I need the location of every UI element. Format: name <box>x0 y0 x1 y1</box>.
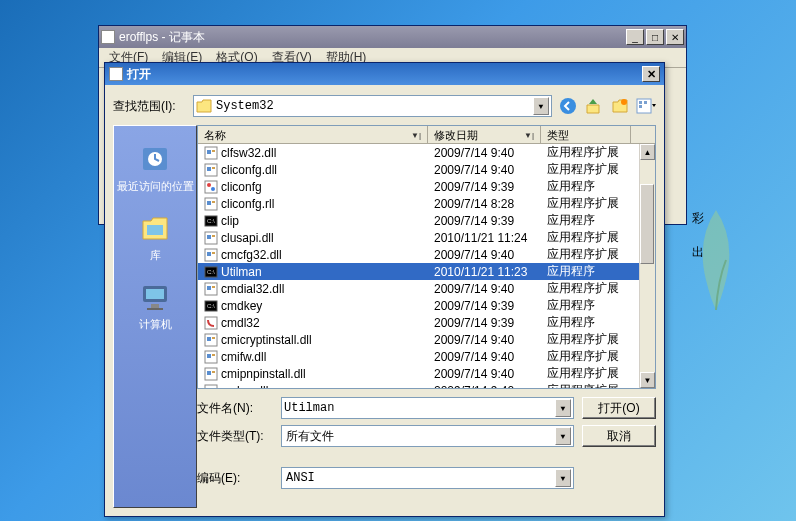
file-row[interactable]: cliconfg.rll2009/7/14 8:28应用程序扩展 <box>198 195 655 212</box>
dropdown-icon[interactable]: ▼ <box>555 399 571 417</box>
view-menu-button[interactable] <box>636 96 656 116</box>
dialog-title-text: 打开 <box>127 66 642 83</box>
file-name: cmdl32 <box>221 316 260 330</box>
maximize-button[interactable]: □ <box>646 29 664 45</box>
svg-rect-52 <box>212 388 215 390</box>
file-row[interactable]: cmicryptinstall.dll2009/7/14 9:40应用程序扩展 <box>198 331 655 348</box>
svg-rect-29 <box>212 235 215 237</box>
svg-rect-19 <box>205 181 217 193</box>
filetype-combo[interactable]: 所有文件 ▼ <box>281 425 574 447</box>
file-row[interactable]: C:\cmdkey2009/7/14 9:39应用程序 <box>198 297 655 314</box>
sidebar-library[interactable]: 库 <box>114 205 196 266</box>
file-name: cmipnpinstall.dll <box>221 367 306 381</box>
svg-point-20 <box>207 183 211 187</box>
file-row[interactable]: C:\clip2009/7/14 9:39应用程序 <box>198 212 655 229</box>
filename-input[interactable] <box>284 401 555 415</box>
close-button[interactable]: ✕ <box>666 29 684 45</box>
file-name: cmdkey <box>221 299 262 313</box>
file-icon <box>204 180 218 194</box>
file-type: 应用程序扩展 <box>541 365 631 382</box>
minimize-button[interactable]: _ <box>626 29 644 45</box>
scroll-down-button[interactable]: ▼ <box>640 372 655 388</box>
file-icon: C:\ <box>204 299 218 313</box>
file-icon: C:\ <box>204 265 218 279</box>
file-row[interactable]: cmcfg32.dll2009/7/14 9:40应用程序扩展 <box>198 246 655 263</box>
dialog-titlebar[interactable]: 打开 ✕ <box>105 63 664 85</box>
file-row[interactable]: cmdl322009/7/14 9:39应用程序 <box>198 314 655 331</box>
open-button[interactable]: 打开(O) <box>582 397 656 419</box>
computer-icon <box>137 278 173 314</box>
column-date-header[interactable]: 修改日期▼| <box>428 126 541 143</box>
lookin-label: 查找范围(I): <box>113 98 187 115</box>
encoding-combo[interactable]: ANSI ▼ <box>281 467 574 489</box>
svg-rect-10 <box>146 289 164 299</box>
file-type: 应用程序扩展 <box>541 348 631 365</box>
encoding-value: ANSI <box>284 471 555 485</box>
file-name: cmcfg32.dll <box>221 248 282 262</box>
dropdown-icon[interactable]: ▼ <box>555 469 571 487</box>
file-type: 应用程序 <box>541 212 631 229</box>
new-folder-button[interactable] <box>610 96 630 116</box>
file-date: 2009/7/14 9:39 <box>428 299 541 313</box>
dropdown-icon[interactable]: ▼ <box>533 97 549 115</box>
file-row[interactable]: clusapi.dll2010/11/21 11:24应用程序扩展 <box>198 229 655 246</box>
file-row[interactable]: cliconfg2009/7/14 9:39应用程序 <box>198 178 655 195</box>
file-row[interactable]: cmipnpinstall.dll2009/7/14 9:40应用程序扩展 <box>198 365 655 382</box>
svg-text:C:\: C:\ <box>207 218 215 224</box>
lookin-value: System32 <box>216 99 533 113</box>
file-date: 2009/7/14 9:39 <box>428 316 541 330</box>
file-row[interactable]: clfsw32.dll2009/7/14 9:40应用程序扩展 <box>198 144 655 161</box>
file-date: 2009/7/14 9:40 <box>428 146 541 160</box>
svg-rect-45 <box>207 354 211 358</box>
file-type: 应用程序扩展 <box>541 161 631 178</box>
dropdown-icon[interactable]: ▼ <box>555 427 571 445</box>
places-sidebar: 最近访问的位置 库 计算机 <box>113 125 197 508</box>
svg-text:C:\: C:\ <box>207 269 215 275</box>
scroll-up-button[interactable]: ▲ <box>640 144 655 160</box>
sidebar-computer[interactable]: 计算机 <box>114 274 196 335</box>
svg-rect-12 <box>147 308 163 310</box>
recent-icon <box>137 140 173 176</box>
file-icon <box>204 316 218 330</box>
file-name: clip <box>221 214 239 228</box>
svg-rect-50 <box>205 385 217 390</box>
file-row[interactable]: cmdial32.dll2009/7/14 9:40应用程序扩展 <box>198 280 655 297</box>
file-date: 2009/7/14 9:40 <box>428 384 541 390</box>
column-name-header[interactable]: 名称▼| <box>198 126 428 143</box>
notepad-titlebar[interactable]: erofflps - 记事本 _ □ ✕ <box>99 26 686 48</box>
back-button[interactable] <box>558 96 578 116</box>
open-file-dialog: 打开 ✕ 查找范围(I): System32 ▼ 最近访问的位置 <box>104 62 665 517</box>
file-icon <box>204 248 218 262</box>
dialog-close-button[interactable]: ✕ <box>642 66 660 82</box>
svg-rect-32 <box>212 252 215 254</box>
file-name: clusapi.dll <box>221 231 274 245</box>
up-button[interactable] <box>584 96 604 116</box>
svg-rect-36 <box>207 286 211 290</box>
file-list-scrollbar[interactable]: ▲ ▼ <box>639 144 655 388</box>
svg-rect-46 <box>212 354 215 356</box>
lookin-combo[interactable]: System32 ▼ <box>193 95 552 117</box>
scroll-thumb[interactable] <box>640 184 654 264</box>
file-date: 2009/7/14 9:39 <box>428 214 541 228</box>
file-icon: C:\ <box>204 214 218 228</box>
file-row[interactable]: C:\Utilman2010/11/21 11:23应用程序 <box>198 263 655 280</box>
svg-rect-49 <box>212 371 215 373</box>
file-date: 2009/7/14 9:39 <box>428 180 541 194</box>
file-row[interactable]: cmifw.dll2009/7/14 9:40应用程序扩展 <box>198 348 655 365</box>
file-name: cmlua.dll <box>221 384 268 390</box>
file-icon <box>204 282 218 296</box>
filename-combo[interactable]: ▼ <box>281 397 574 419</box>
svg-rect-18 <box>212 167 215 169</box>
sidebar-recent-label: 最近访问的位置 <box>117 180 194 193</box>
cancel-button[interactable]: 取消 <box>582 425 656 447</box>
file-row[interactable]: cmlua.dll2009/7/14 9:40应用程序扩展 <box>198 382 655 389</box>
file-date: 2009/7/14 9:40 <box>428 333 541 347</box>
file-row[interactable]: cliconfg.dll2009/7/14 9:40应用程序扩展 <box>198 161 655 178</box>
file-icon <box>204 333 218 347</box>
svg-rect-48 <box>207 371 211 375</box>
svg-rect-28 <box>207 235 211 239</box>
column-type-header[interactable]: 类型 <box>541 126 631 143</box>
filetype-value: 所有文件 <box>284 428 555 445</box>
svg-rect-14 <box>207 150 211 154</box>
sidebar-recent[interactable]: 最近访问的位置 <box>114 136 196 197</box>
